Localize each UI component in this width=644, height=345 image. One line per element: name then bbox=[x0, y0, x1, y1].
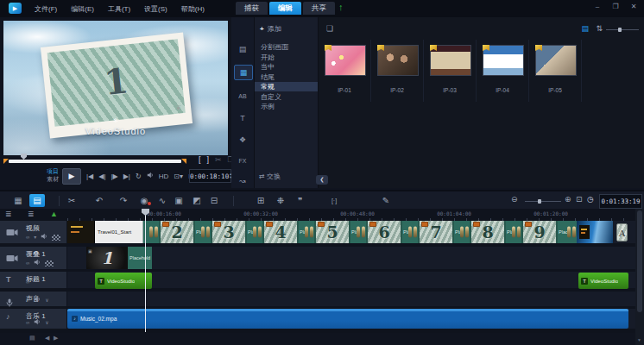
category-item[interactable]: 常规 bbox=[255, 82, 318, 91]
zoom-slider-thumb[interactable] bbox=[538, 199, 541, 204]
menu-item[interactable]: 工具(T) bbox=[103, 3, 136, 16]
link-icon[interactable]: ∞ bbox=[26, 319, 29, 327]
slider-thumb[interactable] bbox=[618, 28, 622, 32]
rail-graphic-icon[interactable]: ❖ bbox=[234, 133, 251, 147]
scrub-playhead-marker[interactable] bbox=[21, 154, 27, 160]
transition-gap[interactable]: Plac bbox=[558, 221, 577, 243]
category-item[interactable]: 当中 bbox=[255, 62, 318, 72]
volume-icon[interactable] bbox=[34, 296, 41, 305]
menu-item[interactable]: 编辑(E) bbox=[66, 3, 99, 16]
video-track[interactable]: Travel01_Start A 2Pla3Pla4Pla5Pla6Pla7Pl… bbox=[67, 221, 635, 245]
video-clip-4[interactable]: 4 bbox=[262, 221, 299, 243]
rail-media-icon[interactable]: ▤ bbox=[234, 42, 251, 56]
transition-gap[interactable]: Pla bbox=[195, 221, 211, 243]
rail-instant-project-icon[interactable]: ▦ bbox=[234, 65, 253, 80]
title-clip[interactable]: T VideoStudio bbox=[578, 273, 628, 289]
chevron-down-icon[interactable]: ∨ bbox=[45, 297, 48, 304]
transition-icon[interactable] bbox=[310, 227, 313, 238]
track-header-3[interactable]: T标题 1∞ bbox=[0, 272, 66, 290]
library-item[interactable]: IP-03 bbox=[424, 40, 477, 102]
video-clip-travel01[interactable]: Travel01_Start bbox=[95, 221, 143, 243]
caret-icon[interactable]: ▾ bbox=[34, 234, 36, 242]
chevron-down-icon[interactable]: ∨ bbox=[45, 319, 48, 327]
timeline-zoom-slider[interactable] bbox=[525, 201, 561, 202]
thumbnail-size-slider[interactable] bbox=[606, 29, 639, 30]
transition-icon[interactable] bbox=[408, 227, 412, 238]
end-transition-icon[interactable]: A bbox=[616, 223, 628, 242]
effects-icon[interactable]: ❉ bbox=[273, 194, 288, 207]
rail-motion-path-icon[interactable]: ↝ bbox=[234, 174, 251, 188]
category-item[interactable]: 分割画面 bbox=[255, 42, 318, 52]
playhead-line[interactable] bbox=[145, 210, 146, 332]
go-end-button[interactable]: ▶| bbox=[123, 172, 130, 180]
link-icon[interactable]: ∞ bbox=[26, 260, 29, 267]
split-clip-icon[interactable]: ✂ bbox=[215, 155, 222, 164]
repeat-button[interactable]: ↻ bbox=[136, 172, 142, 180]
video-clip-7[interactable]: 7 bbox=[418, 221, 454, 243]
scroll-down-icon[interactable]: ▼ bbox=[637, 337, 641, 342]
track-header-1[interactable]: 视频∞▾ bbox=[0, 221, 66, 245]
video-clip-3[interactable]: 3 bbox=[211, 221, 247, 243]
track-header-5[interactable]: ♪音乐 1∞∨ bbox=[0, 309, 66, 330]
redo-icon[interactable]: ↷ bbox=[116, 194, 131, 207]
transition-icon[interactable] bbox=[465, 227, 469, 238]
transition-gap[interactable]: Pla bbox=[350, 221, 366, 243]
transition-gap[interactable]: Pla bbox=[506, 221, 521, 243]
transition-icon[interactable] bbox=[149, 227, 153, 238]
library-item[interactable]: IP-05 bbox=[529, 40, 582, 102]
track-header-4[interactable]: 声音∞∨ bbox=[0, 292, 66, 308]
mode-project-label[interactable]: 项目 bbox=[38, 167, 59, 175]
video-clip-9[interactable]: 9 bbox=[521, 221, 558, 243]
overlay-clip[interactable]: ▣ 1 Placehold bbox=[86, 247, 152, 269]
track-header-2[interactable]: 覆叠 1∞ bbox=[0, 247, 66, 271]
scale-menu-button[interactable]: ⊡▾ bbox=[174, 172, 183, 180]
transition-gap[interactable]: Pla bbox=[454, 221, 470, 243]
scroll-left-icon[interactable]: ◀ bbox=[45, 335, 49, 342]
video-start-thumbnail[interactable] bbox=[67, 221, 95, 243]
volume-button[interactable] bbox=[147, 172, 154, 180]
rail-title-icon[interactable]: T bbox=[234, 111, 251, 125]
gallery-scroll-left-button[interactable]: ❮ bbox=[316, 175, 328, 185]
trim-tools-icon[interactable]: ✂ bbox=[64, 194, 79, 207]
video-clip-6[interactable]: 6 bbox=[366, 221, 402, 243]
timeline-view-icon[interactable]: ▤ bbox=[29, 194, 45, 207]
hd-button[interactable]: HD bbox=[159, 172, 169, 180]
speech-to-text-icon[interactable]: ❞ bbox=[293, 194, 308, 207]
trim-handle-right[interactable] bbox=[181, 159, 186, 164]
mode-clip-label[interactable]: 素材 bbox=[38, 175, 59, 183]
rail-transition-icon[interactable]: AB bbox=[234, 90, 251, 104]
timeline-zoom-out-icon[interactable]: ⊖ bbox=[511, 195, 518, 204]
video-clip-5[interactable]: 5 bbox=[314, 221, 350, 243]
storyboard-view-icon[interactable]: ▦ bbox=[10, 194, 26, 207]
timeline-zoom-in-icon[interactable]: ⊕ bbox=[565, 195, 571, 204]
title-track[interactable]: T VideoStudio T VideoStudio bbox=[67, 272, 635, 290]
record-capture-icon[interactable]: ◉ bbox=[136, 194, 152, 207]
sort-icon[interactable]: ⇅ bbox=[596, 24, 603, 33]
voice-track[interactable] bbox=[67, 292, 635, 308]
tab-active[interactable]: 编辑 bbox=[269, 2, 301, 15]
sound-mixer-icon[interactable]: ∿ bbox=[155, 194, 170, 207]
undo-icon[interactable]: ↶ bbox=[92, 194, 107, 207]
split-screen-template-icon[interactable]: ⊞ bbox=[253, 194, 268, 207]
category-item[interactable]: 自定义 bbox=[255, 92, 318, 102]
transition-icon[interactable] bbox=[572, 227, 576, 238]
transition-gap[interactable]: Pla bbox=[247, 221, 262, 243]
scroll-right-icon[interactable]: ▶ bbox=[54, 335, 58, 342]
transition-icon[interactable] bbox=[155, 227, 158, 238]
timeline-ruler[interactable]: 00:00:16:0000:00:32:0000:00:48:0000:01:0… bbox=[67, 209, 635, 222]
link-icon[interactable]: ∞ bbox=[26, 279, 29, 286]
category-item[interactable]: 开始 bbox=[255, 53, 318, 62]
transition-icon[interactable] bbox=[201, 227, 205, 238]
library-item[interactable]: IP-04 bbox=[477, 40, 529, 102]
mark-in-button[interactable]: [ bbox=[199, 155, 201, 164]
category-item[interactable]: 示例 bbox=[255, 102, 318, 111]
rail-filter-icon[interactable]: FX bbox=[234, 154, 251, 168]
transition-icon[interactable] bbox=[258, 227, 262, 238]
link-icon[interactable]: ∞ bbox=[26, 297, 29, 304]
music-clip[interactable]: ♪ Music_02.mpa bbox=[67, 309, 628, 329]
tab-item[interactable]: 捕获 bbox=[236, 2, 268, 15]
restore-button[interactable]: ❐ bbox=[610, 3, 621, 10]
transition-icon[interactable] bbox=[414, 227, 417, 238]
chroma-key-icon[interactable]: ◩ bbox=[189, 194, 205, 207]
vertical-scrollbar[interactable]: ▼ bbox=[635, 209, 644, 345]
